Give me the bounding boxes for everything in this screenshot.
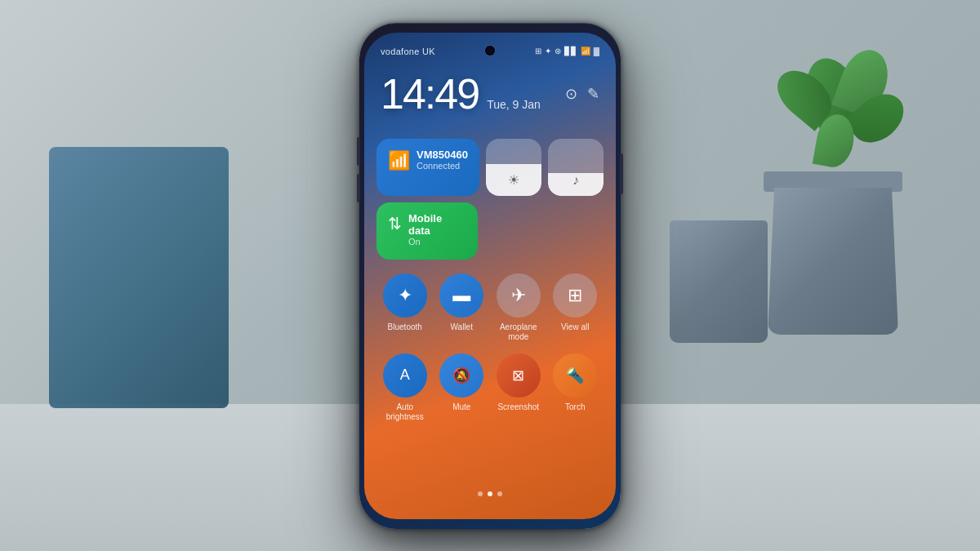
dot-2[interactable] [488,491,492,496]
phone-screen: vodafone UK ⊞ ✦ ⊛ ▊▊ 📶 ▓ 14:49 Tue, 9 Ja… [364,33,616,519]
power-button[interactable] [620,153,623,194]
status-icons: ⊞ ✦ ⊛ ▊▊ 📶 ▓ [535,47,599,56]
aeroplane-button[interactable]: ✈ [497,273,541,318]
brightness-tile[interactable]: ☀ [486,139,541,196]
view-all-label: View all [561,322,589,332]
action-row-2: A Auto brightness 🔕 Mute ⊠ Screenshot [376,353,604,422]
torch-action: 🔦 Torch [550,353,599,422]
carrier-text: vodafone UK [381,47,435,56]
dot-3[interactable] [497,491,502,496]
date-display: Tue, 9 Jan [487,98,541,111]
torch-button[interactable]: 🔦 [553,353,597,398]
screenshot-button[interactable]: ⊠ [497,353,541,398]
mute-action: 🔕 Mute [437,353,486,422]
plant-pot-small [670,163,768,343]
torch-label: Torch [565,402,585,412]
auto-brightness-action: A Auto brightness [381,353,430,422]
auto-brightness-label: Auto brightness [381,402,430,422]
tile-spacer-2 [547,202,604,260]
volume-down-button[interactable] [357,174,360,202]
sync-icon: ⊛ [555,47,561,56]
dot-1[interactable] [478,491,483,496]
wifi-status: Connected [416,161,468,171]
bluetooth-action: ✦ Bluetooth [381,273,430,342]
view-all-button[interactable]: ⊞ [553,273,597,318]
mute-button[interactable]: 🔕 [439,353,483,398]
wifi-tile[interactable]: 📶 VM850460 Connected [376,139,479,196]
screenshot-action: ⊠ Screenshot [494,353,543,422]
mobile-data-icon: ⇅ [388,214,402,233]
view-all-action: ⊞ View all [550,273,599,342]
settings-icon[interactable]: ⊙ [565,85,577,103]
mobile-data-status: On [408,237,466,247]
edit-icon[interactable]: ✎ [587,85,599,103]
aeroplane-action: ✈ Aeroplane mode [494,273,543,342]
plant-pot-large [751,49,915,335]
mobile-data-name: Mobile data [408,212,466,237]
bluetooth-icon: ✦ [545,47,551,56]
wallet-action: ▬ Wallet [437,273,486,342]
scene: vodafone UK ⊞ ✦ ⊛ ▊▊ 📶 ▓ 14:49 Tue, 9 Ja… [0,0,980,551]
front-camera [485,46,495,56]
volume-tile[interactable]: ♪ [548,139,604,196]
signal-bars-icon: ▊▊ [564,47,577,56]
clock: 14:49 Tue, 9 Jan [381,69,541,118]
quick-tiles: 📶 VM850460 Connected ☀ ♪ [376,139,604,266]
wifi-status-icon: 📶 [581,47,590,56]
tiles-row-2: ⇅ Mobile data On [376,202,604,260]
tiles-row-1: 📶 VM850460 Connected ☀ ♪ [376,139,604,196]
nfc-icon: ⊞ [535,47,541,56]
screenshot-label: Screenshot [497,402,539,412]
time-display: 14:49 [381,69,479,118]
battery-icon: ▓ [594,47,599,56]
mobile-data-text: Mobile data On [408,212,466,247]
wifi-tile-icon: 📶 [388,150,410,171]
phone: vodafone UK ⊞ ✦ ⊛ ▊▊ 📶 ▓ 14:49 Tue, 9 Ja… [359,23,621,529]
action-row-1: ✦ Bluetooth ▬ Wallet ✈ Aeroplane mode [376,273,604,342]
aeroplane-label: Aeroplane mode [494,322,543,342]
bluetooth-label: Bluetooth [388,322,422,332]
wifi-network-name: VM850460 [416,149,468,161]
auto-brightness-button[interactable]: A [383,353,427,398]
mute-label: Mute [452,402,470,412]
wallet-button[interactable]: ▬ [439,273,483,318]
bluetooth-button[interactable]: ✦ [383,273,427,318]
brightness-icon: ☀ [508,172,519,188]
page-dots [478,491,502,496]
mobile-data-tile[interactable]: ⇅ Mobile data On [376,202,478,260]
tile-spacer-1 [484,202,541,260]
quick-actions: ✦ Bluetooth ▬ Wallet ✈ Aeroplane mode [376,273,604,433]
wifi-tile-text: VM850460 Connected [416,149,468,171]
clock-action-icons: ⊙ ✎ [565,85,599,103]
background-box [49,147,229,408]
clock-area: 14:49 Tue, 9 Jan ⊙ ✎ [381,69,599,118]
volume-icon: ♪ [572,173,579,188]
volume-up-button[interactable] [357,137,360,166]
wallet-label: Wallet [451,322,473,332]
